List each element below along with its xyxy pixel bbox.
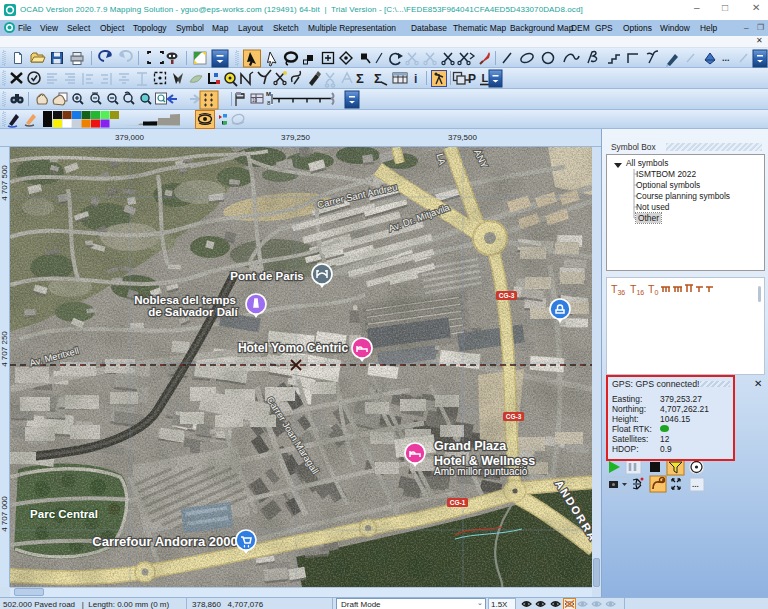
- svg-text:L: L: [482, 72, 489, 84]
- svg-text:...: ...: [692, 480, 699, 489]
- svg-text:Σ: Σ: [374, 71, 382, 86]
- svg-text:T16: T16: [630, 283, 644, 296]
- svg-text:T0: T0: [648, 283, 658, 296]
- svg-text:CG-3: CG-3: [499, 292, 515, 299]
- svg-text:10: 10: [252, 98, 258, 103]
- svg-text:Parc Central: Parc Central: [30, 508, 98, 520]
- svg-text:CG-1: CG-1: [450, 499, 466, 506]
- svg-text:4 707 000: 4 707 000: [0, 496, 9, 532]
- svg-text:P: P: [468, 72, 476, 86]
- svg-text:T36: T36: [611, 283, 625, 296]
- svg-text:i: i: [414, 72, 417, 86]
- svg-text:Grand Plaza: Grand Plaza: [434, 439, 507, 453]
- svg-text:Hotel Yomo Cèntric: Hotel Yomo Cèntric: [238, 341, 349, 355]
- svg-text:4 707 500: 4 707 500: [0, 165, 9, 201]
- svg-text:Pont de Paris: Pont de Paris: [230, 270, 304, 282]
- svg-text:Σ: Σ: [356, 71, 364, 86]
- svg-text:...: ...: [722, 53, 730, 63]
- svg-text:de Salvador Dalí: de Salvador Dalí: [148, 306, 238, 318]
- svg-text:8: 8: [267, 100, 271, 106]
- svg-text:Amb millor puntuació: Amb millor puntuació: [434, 466, 528, 477]
- svg-text:4 707 250: 4 707 250: [0, 331, 9, 367]
- svg-text:Noblesa del temps: Noblesa del temps: [134, 294, 236, 306]
- svg-text:Carrefour Andorra 2000: Carrefour Andorra 2000: [92, 534, 237, 549]
- svg-text:CG-3: CG-3: [506, 413, 522, 420]
- svg-text:M: M: [266, 91, 271, 97]
